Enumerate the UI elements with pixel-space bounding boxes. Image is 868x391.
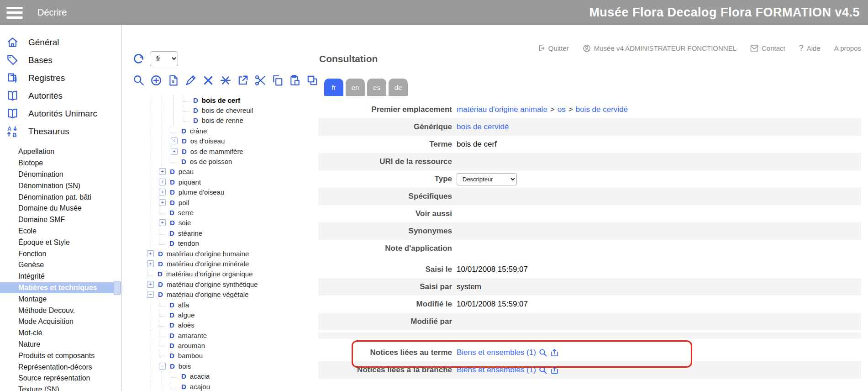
thesaurus-list-item[interactable]: Mot-clé <box>0 328 121 339</box>
notices-link[interactable]: Biens et ensembles (1) <box>457 348 536 357</box>
paste-icon[interactable] <box>289 74 301 86</box>
notices-link[interactable]: Biens et ensembles (1) <box>457 365 536 375</box>
thesaurus-list-item[interactable]: Dénomination pat. bâti <box>0 191 121 203</box>
expand-icon[interactable]: + <box>171 148 178 155</box>
tree-node-label[interactable]: stéarine <box>178 229 202 237</box>
term-link[interactable]: bois de cervidé <box>576 105 628 114</box>
copy-icon[interactable] <box>272 74 284 86</box>
sidebar-item-bases[interactable]: Bases <box>0 51 121 69</box>
tree-node[interactable]: Daloès <box>121 320 318 330</box>
search-notices-icon[interactable] <box>539 366 547 375</box>
tree-node[interactable]: −Dmatériau d'origine végétale <box>121 289 318 299</box>
tree-node[interactable]: +Dplume d'oiseau <box>121 187 318 197</box>
user-link[interactable]: Musée v4 ADMINISTRATEUR FONCTIONNEL <box>583 44 736 53</box>
thesaurus-list-item[interactable]: Dénomination (SN) <box>0 180 121 191</box>
thesaurus-list-item[interactable]: Méthode Decouv. <box>0 305 121 316</box>
tree-node[interactable]: Dbois de chevreuil <box>121 105 318 115</box>
thesaurus-list-item[interactable]: Domaine SMF <box>0 214 121 226</box>
language-tab-en[interactable]: en <box>346 79 365 96</box>
expand-icon[interactable]: + <box>159 168 166 175</box>
new-term-document-icon[interactable]: s <box>168 74 179 86</box>
open-external-icon[interactable] <box>237 74 249 86</box>
tree-node[interactable]: Dbambou <box>121 351 318 361</box>
tree-node[interactable]: Darouman <box>121 340 318 350</box>
tree-node[interactable]: +Dmatériau d'origine minérale <box>121 259 318 269</box>
thesaurus-list-item[interactable]: Domaine du Musée <box>0 203 121 214</box>
thesaurus-list-item[interactable]: Montage <box>0 293 121 305</box>
open-notices-icon[interactable] <box>550 349 559 357</box>
expand-icon[interactable]: + <box>147 281 154 288</box>
tree-language-select[interactable]: fr <box>150 51 178 66</box>
tree-node-label[interactable]: peau <box>179 168 194 175</box>
tree-node[interactable]: Dos de poisson <box>121 156 318 166</box>
tree-node[interactable]: Damarante <box>121 330 318 340</box>
thesaurus-list-item[interactable]: Appellation <box>0 146 121 158</box>
term-link[interactable]: matériau d'origine animale <box>457 105 547 114</box>
sidebar-scrollbar-thumb[interactable] <box>114 281 121 295</box>
tree-node[interactable]: Dcrâne <box>121 126 318 136</box>
thesaurus-list-item[interactable]: Produits et composants <box>0 350 121 361</box>
tree-node[interactable]: +Dos de mammifère <box>121 146 318 156</box>
tree-node-label[interactable]: bois de renne <box>202 116 243 124</box>
tree-node-label[interactable]: plume d'oiseau <box>179 188 224 196</box>
collapse-icon[interactable]: − <box>147 291 154 298</box>
tree-node-label[interactable]: amarante <box>178 332 207 339</box>
term-link[interactable]: os <box>558 105 566 114</box>
tree-node-label[interactable]: os d'oiseau <box>190 137 225 145</box>
tree-node-label[interactable]: aloès <box>178 321 195 329</box>
language-tab-es[interactable]: es <box>367 79 386 96</box>
sidebar-item-autorites[interactable]: Autorités <box>0 87 121 105</box>
tree-node-label[interactable]: bois de chevreuil <box>202 106 253 114</box>
thesaurus-list-item[interactable]: Ecole <box>0 226 121 237</box>
thesaurus-list-item[interactable]: Représentation-décors <box>0 361 121 373</box>
tree-node-label[interactable]: os de mammifère <box>190 148 243 155</box>
cut-scissors-icon[interactable] <box>254 74 266 86</box>
tree-node-label[interactable]: matériau d'origine organique <box>166 270 253 278</box>
tree-node[interactable]: Dtendon <box>121 238 318 248</box>
refresh-icon[interactable] <box>132 53 145 65</box>
tree-node-label[interactable]: matériau d'origine végétale <box>167 291 249 298</box>
search-icon[interactable] <box>133 74 145 86</box>
edit-pencil-icon[interactable] <box>185 74 197 86</box>
tree-node[interactable]: Dacacia <box>121 371 318 381</box>
add-icon[interactable] <box>150 74 162 86</box>
collapse-icon[interactable]: − <box>159 363 166 370</box>
search-notices-icon[interactable] <box>539 349 547 357</box>
expand-icon[interactable]: + <box>159 219 166 226</box>
about-link[interactable]: A propos <box>834 44 861 52</box>
tree-node[interactable]: −Dbois <box>121 361 318 371</box>
tree-node[interactable]: Dmatériau d'origine organique <box>121 269 318 279</box>
thesaurus-list-item[interactable]: Texture (SN) <box>0 384 121 391</box>
tree-node-label[interactable]: piquant <box>179 178 201 186</box>
tree-node-label[interactable]: bambou <box>178 352 203 359</box>
tree-node-label[interactable]: poil <box>179 199 189 206</box>
tree-node[interactable]: +Dpoil <box>121 197 318 207</box>
tree-node-label[interactable]: acajou <box>190 383 210 391</box>
thesaurus-list-item[interactable]: Source représentation <box>0 373 121 384</box>
sidebar-item-autorites-unimarc[interactable]: Autorités Unimarc <box>0 105 121 122</box>
tree-node-label[interactable]: os de poisson <box>190 158 232 165</box>
sidebar-item-thesaurus[interactable]: AB Thesaurus <box>0 122 121 140</box>
tree-node-label[interactable]: arouman <box>178 342 205 349</box>
tree-node[interactable]: +Dsoie <box>121 218 318 228</box>
expand-icon[interactable]: + <box>147 260 154 267</box>
tree-node-label[interactable]: matériau d'origine minérale <box>167 260 249 268</box>
tree-node-label[interactable]: crâne <box>190 127 207 135</box>
tree-node-label[interactable]: serre <box>178 209 194 217</box>
thesaurus-list-item[interactable]: Biotope <box>0 158 121 169</box>
tree-node[interactable]: Dbois de cerf <box>121 95 318 105</box>
thesaurus-list-item[interactable]: Fonction <box>0 248 121 259</box>
thesaurus-list-item[interactable]: Époque et Style <box>0 237 121 248</box>
quit-link[interactable]: Quitter <box>537 44 569 52</box>
type-select[interactable]: Descripteur <box>457 173 517 185</box>
tree-node[interactable]: +Dmatériau d'origine humaine <box>121 248 318 259</box>
tree-node-label[interactable]: soie <box>179 219 191 227</box>
sidebar-item-registres[interactable]: Registres <box>0 69 121 87</box>
sidebar-item-general[interactable]: Général <box>0 33 121 51</box>
tree-node-label[interactable]: alfa <box>178 301 189 309</box>
tree-node-label[interactable]: matériau d'origine humaine <box>167 250 249 258</box>
tree-node-label[interactable]: bois de cerf <box>202 96 240 104</box>
tree-node[interactable]: +Dmatériau d'origine synthétique <box>121 279 318 289</box>
tree-node[interactable]: Dserre <box>121 207 318 217</box>
open-notices-icon[interactable] <box>550 366 559 375</box>
